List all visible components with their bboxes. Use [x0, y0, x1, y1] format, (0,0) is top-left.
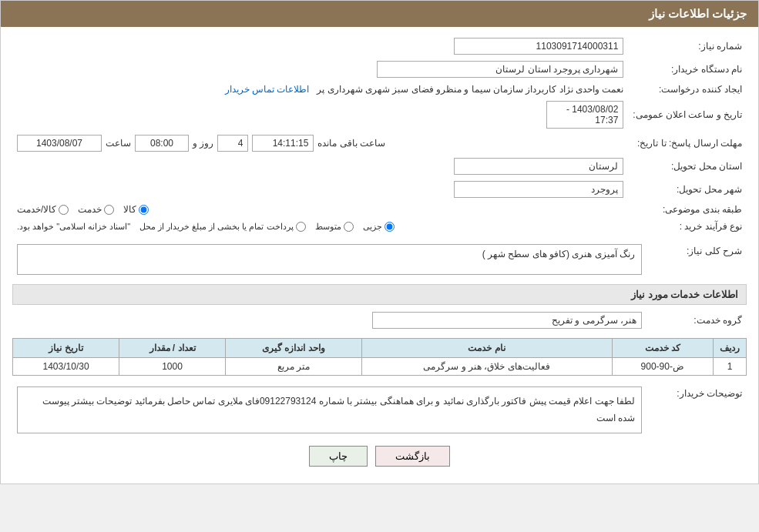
- description-value: رنگ آمیزی هنری (کافو های سطح شهر ): [12, 241, 646, 278]
- purchase-type-radio-group: "اسناد خزانه اسلامی" خواهد بود. پرداخت ت…: [17, 222, 623, 232]
- service-group-row: گروه خدمت: هنر، سرگرمی و تفریح: [12, 309, 747, 332]
- need-number-value: 1103091714000311: [12, 35, 628, 58]
- col-unit: واحد اندازه گیری: [226, 339, 362, 358]
- buyer-org-label: نام دستگاه خریدار:: [628, 58, 747, 81]
- purchase-type-options: "اسناد خزانه اسلامی" خواهد بود. پرداخت ت…: [12, 218, 628, 235]
- category-options: کالا/خدمت خدمت کالا: [12, 201, 628, 218]
- city-value: پروجرد: [12, 178, 628, 201]
- requester-label: ایجاد کننده درخواست:: [628, 81, 747, 98]
- purchase-bonds-radio[interactable]: [296, 222, 306, 232]
- cell-need-date: 1403/10/30: [13, 358, 119, 376]
- purchase-bonds-label: پرداخت تمام یا بخشی از مبلغ خریدار از مح…: [139, 222, 293, 232]
- response-remaining-field: 14:11:15: [252, 135, 314, 152]
- need-number-label: شماره نیاز:: [628, 35, 747, 58]
- response-date-field: 1403/08/07: [17, 135, 102, 152]
- description-field: رنگ آمیزی هنری (کافو های سطح شهر ): [17, 244, 642, 275]
- category-kala: کالا: [123, 204, 149, 215]
- category-kala-khidmat: کالا/خدمت: [17, 204, 69, 215]
- announcement-date-label: تاریخ و ساعت اعلان عمومی:: [628, 98, 747, 132]
- cell-service-code: ض-90-900: [612, 358, 713, 376]
- services-data-table: ردیف کد خدمت نام خدمت واحد اندازه گیری ت…: [12, 338, 747, 376]
- time-label: ساعت: [106, 138, 131, 149]
- announcement-date-field: 1403/08/02 - 17:37: [546, 101, 623, 129]
- purchase-medium-label: متوسط: [315, 222, 341, 232]
- requester-text: نعمت واحدی نژاد کاربرداز سازمان سیما و م…: [317, 84, 623, 95]
- cell-service-name: فعالیت‌های خلاق، هنر و سرگرمی: [361, 358, 612, 376]
- city-row: شهر محل تحویل: پروجرد: [12, 178, 747, 201]
- description-label: شرح کلی نیاز:: [646, 241, 747, 278]
- button-row: بازگشت چاپ: [12, 446, 747, 467]
- response-deadline-label: مهلت ارسال پاسخ: تا تاریخ:: [628, 132, 747, 155]
- print-button[interactable]: چاپ: [309, 446, 368, 467]
- need-number-field: 1103091714000311: [454, 38, 623, 55]
- buyer-notes-row: توضیحات خریدار: لطفا جهت اعلام قیمت پیش …: [12, 383, 747, 437]
- content-area: شماره نیاز: 1103091714000311 نام دستگاه …: [1, 27, 758, 483]
- purchase-small-radio[interactable]: [385, 222, 395, 232]
- cell-rownum: 1: [714, 358, 747, 376]
- buyer-org-value: شهرداری پروجرد استان لرستان: [12, 58, 628, 81]
- buyer-org-row: نام دستگاه خریدار: شهرداری پروجرد استان …: [12, 58, 747, 81]
- purchase-small-label: جزیی: [363, 222, 382, 232]
- requester-value: نعمت واحدی نژاد کاربرداز سازمان سیما و م…: [12, 81, 628, 98]
- service-group-label: گروه خدمت:: [646, 309, 747, 332]
- announcement-date-value: 1403/08/02 - 17:37: [12, 98, 628, 132]
- col-need-date: تاریخ نیاز: [13, 339, 119, 358]
- category-kala-label: کالا: [123, 204, 136, 215]
- page-header: جزئیات اطلاعات نیاز: [1, 1, 758, 27]
- province-field: لرستان: [454, 158, 623, 175]
- response-deadline-row: مهلت ارسال پاسخ: تا تاریخ: 1403/08/07 سا…: [12, 132, 747, 155]
- info-table: شماره نیاز: 1103091714000311 نام دستگاه …: [12, 35, 747, 235]
- requester-link[interactable]: اطلاعات تماس خریدار: [225, 84, 310, 95]
- col-rownum: ردیف: [714, 339, 747, 358]
- category-row: طبقه بندی موضوعی: کالا/خدمت خدمت کالا: [12, 201, 747, 218]
- col-quantity: تعداد / مقدار: [119, 339, 226, 358]
- response-time-field: 08:00: [135, 135, 189, 152]
- purchase-medium: متوسط: [315, 222, 354, 232]
- col-service-code: کد خدمت: [612, 339, 713, 358]
- cell-quantity: 1000: [119, 358, 226, 376]
- province-label: استان محل تحویل:: [628, 155, 747, 178]
- col-service-name: نام خدمت: [361, 339, 612, 358]
- category-kala-khidmat-label: کالا/خدمت: [17, 204, 56, 215]
- category-khidmat-radio[interactable]: [104, 205, 114, 215]
- buyer-notes-value: لطفا جهت اعلام قیمت پیش فاکتور بارگذاری …: [12, 383, 646, 437]
- purchase-medium-radio[interactable]: [344, 222, 354, 232]
- city-field: پروجرد: [454, 181, 623, 198]
- category-kala-radio[interactable]: [139, 205, 149, 215]
- page-wrapper: جزئیات اطلاعات نیاز شماره نیاز: 11030917…: [0, 0, 759, 484]
- response-deadline-value: 1403/08/07 ساعت 08:00 روز و 4 14:11:15 س…: [12, 132, 628, 155]
- city-label: شهر محل تحویل:: [628, 178, 747, 201]
- category-radio-group: کالا/خدمت خدمت کالا: [17, 204, 623, 215]
- table-row: 1 ض-90-900 فعالیت‌های خلاق، هنر و سرگرمی…: [13, 358, 747, 376]
- service-group-field: هنر، سرگرمی و تفریح: [372, 312, 642, 329]
- buyer-notes-table: توضیحات خریدار: لطفا جهت اعلام قیمت پیش …: [12, 383, 747, 437]
- description-row: شرح کلی نیاز: رنگ آمیزی هنری (کافو های س…: [12, 241, 747, 278]
- announcement-date-row: تاریخ و ساعت اعلان عمومی: 1403/08/02 - 1…: [12, 98, 747, 132]
- need-number-row: شماره نیاز: 1103091714000311: [12, 35, 747, 58]
- province-row: استان محل تحویل: لرستان: [12, 155, 747, 178]
- purchase-small: جزیی: [363, 222, 395, 232]
- purchase-note: "اسناد خزانه اسلامی" خواهد بود.: [17, 222, 130, 232]
- response-days-field: 4: [217, 135, 248, 152]
- purchase-type-label: نوع فرآیند خرید :: [628, 218, 747, 235]
- purchase-bonds: پرداخت تمام یا بخشی از مبلغ خریدار از مح…: [139, 222, 305, 232]
- category-khidmat: خدمت: [78, 204, 114, 215]
- days-label: روز و: [193, 138, 213, 149]
- services-table-header-row: ردیف کد خدمت نام خدمت واحد اندازه گیری ت…: [13, 339, 747, 358]
- buyer-org-field: شهرداری پروجرد استان لرستان: [377, 61, 623, 78]
- province-value: لرستان: [12, 155, 628, 178]
- back-button[interactable]: بازگشت: [375, 446, 450, 467]
- requester-row: ایجاد کننده درخواست: نعمت واحدی نژاد کار…: [12, 81, 747, 98]
- buyer-notes-field: لطفا جهت اعلام قیمت پیش فاکتور بارگذاری …: [17, 386, 642, 433]
- category-khidmat-label: خدمت: [78, 204, 102, 215]
- category-kala-khidmat-radio[interactable]: [59, 205, 69, 215]
- buyer-notes-label: توضیحات خریدار:: [646, 383, 747, 437]
- service-group-value: هنر، سرگرمی و تفریح: [12, 309, 646, 332]
- description-table: شرح کلی نیاز: رنگ آمیزی هنری (کافو های س…: [12, 241, 747, 278]
- services-section-header: اطلاعات خدمات مورد نیاز: [12, 284, 747, 305]
- category-label: طبقه بندی موضوعی:: [628, 201, 747, 218]
- service-group-table: گروه خدمت: هنر، سرگرمی و تفریح: [12, 309, 747, 332]
- page-title: جزئیات اطلاعات نیاز: [649, 7, 747, 20]
- purchase-type-row: نوع فرآیند خرید : "اسناد خزانه اسلامی" خ…: [12, 218, 747, 235]
- cell-unit: متر مربع: [226, 358, 362, 376]
